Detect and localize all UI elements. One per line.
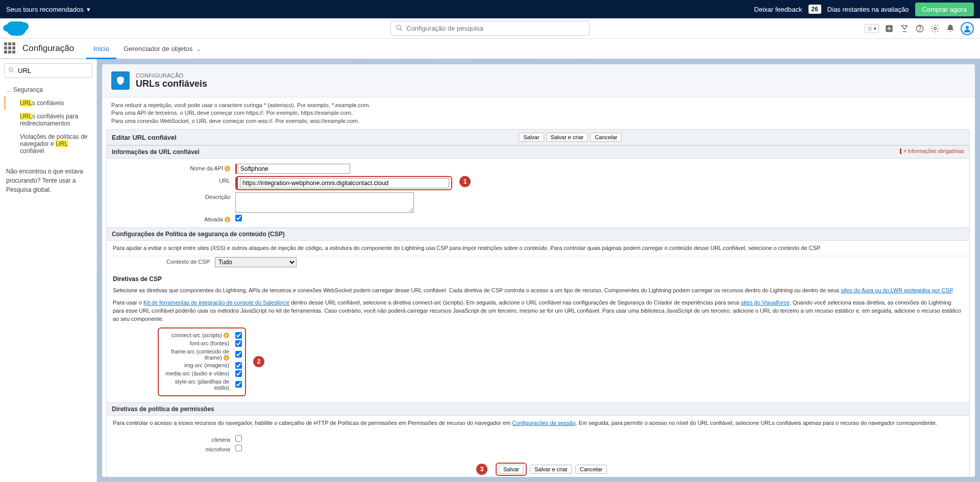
sidebar-item-trusted-urls[interactable]: URLs confiáveis <box>4 96 92 110</box>
required-note: = Informações obrigatórias <box>900 148 964 156</box>
cancel-button-top[interactable]: Cancelar <box>590 133 622 142</box>
toolkit-link[interactable]: Kit de ferramentas de integração de cons… <box>143 299 289 306</box>
tree-section-security[interactable]: ⌄ Segurança <box>4 83 92 96</box>
content-scroll-area[interactable]: Para reduzir a repetição, você pode usar… <box>102 97 975 477</box>
search-icon <box>8 67 14 74</box>
svg-point-4 <box>920 30 920 31</box>
help-orb-icon[interactable]: i <box>225 166 230 171</box>
callout-2: 2 <box>253 356 264 367</box>
chevron-down-icon: ▾ <box>87 6 90 13</box>
section-info-title: Informações de URL confiável <box>112 148 200 156</box>
trial-text: Dias restantes na avaliação <box>827 6 909 13</box>
csp-select-text-1: Selecione as diretivas que componentes d… <box>107 285 969 297</box>
img-src-checkbox[interactable] <box>235 362 242 369</box>
shield-icon <box>111 71 130 90</box>
help-orb-icon[interactable]: i <box>225 217 230 222</box>
buy-now-button[interactable]: Comprar agora <box>915 3 974 16</box>
sidebar-item-policy-violations[interactable]: Violações de políticas de navegador e UR… <box>4 130 92 158</box>
description-label: Descrição <box>113 192 235 200</box>
aura-lwr-link[interactable]: sites do Aura ou do LWR protegidos por C… <box>841 287 952 293</box>
callout-1: 1 <box>459 176 471 187</box>
favorites-menu[interactable]: ☆ ▾ <box>865 24 879 33</box>
recommended-tours[interactable]: Seus tours recomendados ▾ <box>6 6 90 13</box>
help-orb-icon[interactable]: i <box>224 355 229 361</box>
star-icon: ☆ <box>867 25 873 32</box>
salesforce-help-icon[interactable] <box>899 23 910 34</box>
edit-pane-title: Editar URL confiável <box>112 134 177 141</box>
help-icon[interactable] <box>915 23 925 34</box>
frame-src-label: frame-src (conteúdo de iframe)i <box>162 348 233 361</box>
tab-object-manager-label: Gerenciador de objetos <box>124 45 192 53</box>
recommended-tours-label: Seus tours recomendados <box>6 6 84 13</box>
csp-directives-header: Diretivas de CSP <box>107 272 969 285</box>
page-header: CONFIGURAÇÃO URLs confiáveis <box>102 64 975 97</box>
sidebar-item-redirect-urls[interactable]: URLs confiáveis para redirecionamentos <box>4 110 92 130</box>
csp-context-label: Contexto de CSP <box>113 257 215 265</box>
bell-icon[interactable] <box>945 23 955 34</box>
font-src-label: font-src (fontes) <box>162 340 233 346</box>
tab-object-manager[interactable]: Gerenciador de objetos ⌄ <box>116 39 208 58</box>
microphone-checkbox[interactable] <box>235 445 242 451</box>
save-button-top[interactable]: Salvar <box>519 133 544 142</box>
csp-context-select[interactable]: Tudo <box>215 257 297 267</box>
camera-checkbox[interactable] <box>235 435 242 442</box>
leave-feedback-link[interactable]: Deixar feedback <box>754 6 802 13</box>
svg-line-1 <box>400 29 402 31</box>
tree-search-input[interactable] <box>4 63 92 78</box>
svg-point-5 <box>934 27 937 30</box>
description-textarea[interactable] <box>235 192 414 213</box>
app-launcher-icon[interactable] <box>4 42 16 55</box>
page-sup-title: CONFIGURAÇÃO <box>136 72 207 79</box>
svg-point-0 <box>397 25 401 29</box>
app-title: Configuração <box>22 43 74 54</box>
intro-text: Para reduzir a repetição, você pode usar… <box>102 97 974 129</box>
csp-select-text-2: Para usar o Kit de ferramentas de integr… <box>107 297 969 325</box>
csp-description: Para ajudar a evitar o script entre site… <box>107 241 969 255</box>
help-orb-icon[interactable]: i <box>224 333 229 338</box>
microphone-label: microfone <box>113 445 235 452</box>
api-name-input[interactable] <box>238 164 350 174</box>
callout-3: 3 <box>476 464 487 475</box>
media-src-checkbox[interactable] <box>235 370 242 377</box>
active-label: Ativadai <box>113 215 235 222</box>
media-src-label: media-src (áudio e vídeo) <box>162 370 233 376</box>
img-src-label: img-src (imagens) <box>162 362 233 368</box>
svg-point-8 <box>9 68 13 71</box>
salesforce-logo[interactable] <box>6 21 27 36</box>
svg-point-7 <box>966 26 969 29</box>
setup-tree-sidebar: ⌄ Segurança URLs confiáveis URLs confiáv… <box>0 59 97 482</box>
svg-line-9 <box>12 71 14 72</box>
trial-days-badge: 26 <box>808 5 821 14</box>
tab-home[interactable]: Início <box>86 39 116 58</box>
chevron-down-icon: ⌄ <box>197 46 201 52</box>
style-src-label: style-src (planilhas de estilo) <box>162 378 233 391</box>
tree-section-label: Segurança <box>13 86 43 93</box>
font-src-checkbox[interactable] <box>235 340 242 347</box>
gear-icon[interactable] <box>930 23 940 34</box>
connect-src-label: connect-src (scripts)i <box>162 332 233 338</box>
session-settings-link[interactable]: Configurações da sessão <box>512 420 575 426</box>
active-checkbox[interactable] <box>235 215 242 221</box>
user-avatar[interactable] <box>961 22 974 35</box>
save-button-bottom[interactable]: Salvar <box>499 465 524 474</box>
style-src-checkbox[interactable] <box>235 381 242 388</box>
chevron-down-icon: ▾ <box>874 26 876 31</box>
search-icon <box>396 24 403 33</box>
sidebar-help-text: Não encontrou o que estava procurando? T… <box>4 167 92 194</box>
section-permissions-title: Diretivas de política de permissões <box>112 405 214 413</box>
visualforce-link[interactable]: sites do Visualforce <box>741 299 790 306</box>
permissions-text: Para controlar o acesso a esses recursos… <box>107 416 969 430</box>
page-title: URLs confiáveis <box>136 79 207 89</box>
url-input[interactable] <box>240 178 449 188</box>
cancel-button-bottom[interactable]: Cancelar <box>575 465 607 474</box>
global-search-input[interactable] <box>390 21 590 36</box>
chevron-down-icon: ⌄ <box>6 87 10 93</box>
save-and-create-button-top[interactable]: Salvar e criar <box>546 133 589 142</box>
add-icon[interactable] <box>884 23 894 34</box>
url-label: URL <box>113 176 235 184</box>
save-and-create-button-bottom[interactable]: Salvar e criar <box>530 465 572 474</box>
frame-src-checkbox[interactable] <box>235 351 242 358</box>
api-name-label: Nome da APIi <box>113 164 235 171</box>
section-csp-title: Configurações de Política de segurança d… <box>112 231 285 238</box>
connect-src-checkbox[interactable] <box>235 332 242 339</box>
